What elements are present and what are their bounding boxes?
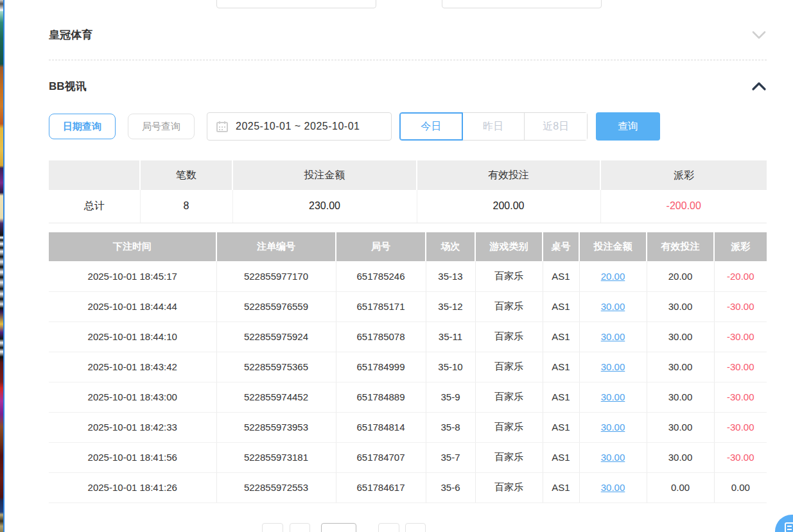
summary-header-count: 笔数 [140,160,232,190]
quick-range-yesterday[interactable]: 昨日 [462,113,525,140]
session-cell: 35-8 [426,412,475,442]
game-type-cell: 百家乐 [475,472,543,502]
game-type-cell: 百家乐 [475,322,543,352]
session-cell: 35-10 [426,352,475,382]
calendar-icon [216,121,228,132]
session-cell: 35-6 [426,472,475,502]
summary-header-blank [49,160,140,190]
round-id-cell: 651784707 [336,442,426,472]
bet-time-cell: 2025-10-01 18:43:42 [49,352,216,382]
bet-amount-link[interactable]: 30.00 [579,322,647,352]
game-type-cell: 百家乐 [475,291,543,322]
header-valid-bet: 有效投注 [647,232,714,261]
payout-cell: 0.00 [714,472,767,502]
bet-id-cell: 522855975924 [216,322,336,352]
bet-time-cell: 2025-10-01 18:44:10 [49,322,216,352]
session-cell: 35-7 [426,442,475,472]
section-title-bb-video: BB视讯 [49,79,87,94]
chevron-up-icon[interactable] [751,81,767,91]
summary-header-row: 笔数 投注金额 有效投注 派彩 [49,160,767,190]
header-round-id: 局号 [336,232,426,261]
bet-id-cell: 522855974452 [216,382,336,412]
bet-amount-link[interactable]: 20.00 [579,261,647,291]
pagination-page-button[interactable] [290,523,310,532]
section-header-crown-sports: 皇冠体育 [49,26,767,44]
quick-range-last-8-days[interactable]: 近8日 [525,113,587,140]
round-query-tab[interactable]: 局号查询 [128,114,195,139]
pagination-next-button[interactable] [378,523,399,532]
table-row: 2025-10-01 18:42:33522855973953651784814… [49,412,767,442]
round-id-cell: 651785171 [336,291,426,322]
table-row: 2025-10-01 18:44:10522855975924651785078… [49,322,767,352]
bet-time-cell: 2025-10-01 18:44:44 [49,291,216,322]
table-id-cell: AS1 [543,442,579,472]
summary-header-bet-amount: 投注金额 [232,160,417,190]
bet-amount-link[interactable]: 30.00 [579,412,647,442]
bet-time-cell: 2025-10-01 18:41:26 [49,472,216,502]
valid-bet-cell: 30.00 [647,291,714,322]
section-header-bb-video: BB视讯 [49,77,767,95]
bet-time-cell: 2025-10-01 18:42:33 [49,412,216,442]
valid-bet-cell: 30.00 [647,442,714,472]
bet-id-cell: 522855975365 [216,352,336,382]
round-id-cell: 651784814 [336,412,426,442]
round-id-cell: 651785246 [336,261,426,291]
bet-id-cell: 522855973953 [216,412,336,442]
header-table-id: 桌号 [543,232,579,261]
table-row: 2025-10-01 18:45:17522855977170651785246… [49,261,767,291]
round-id-cell: 651785078 [336,322,426,352]
valid-bet-cell: 0.00 [647,472,714,502]
game-type-cell: 百家乐 [475,382,543,412]
bet-records-table: 下注时间 注单编号 局号 场次 游戏类别 桌号 投注金额 有效投注 派彩 202… [49,232,767,503]
table-id-cell: AS1 [543,261,579,291]
quick-range-group: 今日 昨日 近8日 [399,112,588,141]
dashed-divider [49,60,767,60]
bet-amount-link[interactable]: 30.00 [579,352,647,382]
customer-service-fab[interactable] [775,515,793,532]
valid-bet-cell: 30.00 [647,412,714,442]
table-id-cell: AS1 [543,291,579,322]
valid-bet-cell: 20.00 [647,261,714,291]
table-id-cell: AS1 [543,352,579,382]
pagination-prev-button[interactable] [262,523,283,532]
round-id-cell: 651784617 [336,472,426,502]
header-session: 场次 [426,232,475,261]
round-id-cell: 651784999 [336,352,426,382]
bet-time-cell: 2025-10-01 18:45:17 [49,261,216,291]
bet-amount-link[interactable]: 30.00 [579,291,647,322]
chevron-down-icon[interactable] [751,30,767,40]
section-title-crown-sports: 皇冠体育 [49,28,92,42]
bet-amount-link[interactable]: 30.00 [579,382,647,412]
top-input-right[interactable] [442,0,602,8]
bet-time-cell: 2025-10-01 18:43:00 [49,382,216,412]
header-bet-amount: 投注金额 [579,232,647,261]
quick-range-today[interactable]: 今日 [399,112,463,141]
payout-cell: -30.00 [714,352,767,382]
date-query-tab[interactable]: 日期查询 [49,114,116,139]
filter-bar: 日期查询 局号查询 2025-10-01 ~ 2025-10-01 今日 昨日 … [49,112,767,141]
top-input-left[interactable] [216,0,376,8]
pagination-page-input[interactable] [321,523,356,532]
detail-table-body: 2025-10-01 18:45:17522855977170651785246… [49,261,767,502]
bet-id-cell: 522855972553 [216,472,336,502]
payout-cell: -30.00 [714,322,767,352]
session-cell: 35-13 [426,261,475,291]
valid-bet-cell: 30.00 [647,352,714,382]
session-cell: 35-11 [426,322,475,352]
pagination-last-button[interactable] [405,523,426,532]
record-icon [785,522,793,532]
summary-header-valid-bet: 有效投注 [417,160,600,190]
bet-id-cell: 522855977170 [216,261,336,291]
bet-amount-link[interactable]: 30.00 [579,472,647,502]
search-button[interactable]: 查询 [596,112,660,141]
date-range-value: 2025-10-01 ~ 2025-10-01 [236,121,360,132]
payout-cell: -30.00 [714,382,767,412]
bet-amount-link[interactable]: 30.00 [579,442,647,472]
header-bet-time: 下注时间 [49,232,216,261]
summary-table: 笔数 投注金额 有效投注 派彩 总计 8 230.00 200.00 -200.… [49,160,767,223]
valid-bet-cell: 30.00 [647,382,714,412]
table-id-cell: AS1 [543,412,579,442]
bet-id-cell: 522855973181 [216,442,336,472]
round-id-cell: 651784889 [336,382,426,412]
date-range-picker[interactable]: 2025-10-01 ~ 2025-10-01 [207,112,392,141]
